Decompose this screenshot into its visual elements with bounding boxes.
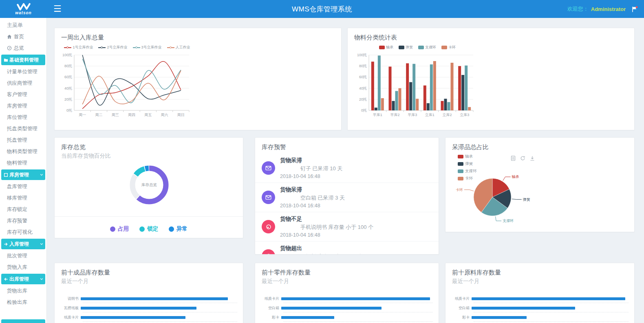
bar[interactable] (472, 307, 575, 310)
card-weekly-in-out: 一周出入库总量 1号立库作业2号立库作业3号立库作业人工作业 0托20托40托6… (54, 28, 342, 130)
data-view-icon (511, 156, 516, 161)
alert-title: 货物不足 (280, 215, 373, 223)
legend-item-1号立库作业[interactable]: 1号立库作业 (64, 45, 93, 50)
material-category-bar-chart[interactable]: 0托20托40托60托80托100托平库1平库2平库3立库1立库2立库3 (354, 50, 476, 119)
legend-item-占用[interactable]: 占用 (110, 225, 129, 233)
legend-item-轴承[interactable]: 轴承 (458, 154, 477, 159)
bar[interactable] (81, 316, 185, 319)
sidebar-item-库位管理[interactable]: 库位管理 (0, 112, 46, 123)
top10-raw-bar-chart[interactable]: 纸质卡片空白箱彩卡说明书 (448, 294, 629, 323)
dashboard-icon (7, 46, 12, 51)
sidebar-item-托盘类型管理[interactable]: 托盘类型管理 (0, 123, 46, 134)
sidebar-item-出库管理[interactable]: 出库管理 (1, 274, 45, 284)
card-top10-parts: 前十零件库存数量 最近一个月 纸质卡片空白箱彩卡说明书 (255, 263, 439, 323)
sidebar-item-总览[interactable]: 总览 (0, 42, 46, 54)
stagnant-share-pie-chart[interactable]: 轴承弹簧支撑环卡环 (450, 165, 584, 230)
sidebar-item-供应商管理[interactable]: 供应商管理 (0, 77, 46, 89)
sidebar-item-partial[interactable] (1, 319, 45, 323)
alert-item[interactable]: 货物呆滞空白箱 已呆滞 3 天2018-10-04 16:48 (255, 183, 439, 212)
bar-label: 彩卡 (448, 315, 472, 320)
bar[interactable] (81, 307, 196, 310)
alert-item[interactable]: 货物呆滞钉子 已呆滞 10 天2018-10-04 16:48 (255, 154, 439, 183)
sidebar-item-库存可视化[interactable]: 库存可视化 (0, 226, 46, 238)
svg-text:立库2: 立库2 (442, 113, 452, 117)
legend-item-3号立库作业[interactable]: 3号立库作业 (133, 45, 162, 50)
legend-item-人工作业[interactable]: 人工作业 (167, 45, 190, 50)
bar[interactable] (281, 297, 430, 300)
legend-item-支撑环[interactable]: 支撑环 (418, 45, 436, 50)
svg-text:0托: 0托 (66, 108, 72, 112)
sidebar-item-label: 移库管理 (7, 195, 27, 202)
sidebar-item-基础资料管理[interactable]: 基础资料管理 (1, 55, 45, 65)
bar[interactable] (281, 307, 382, 310)
notification-flag-icon[interactable] (631, 6, 638, 12)
sidebar-item-label: 货物入库 (7, 264, 27, 271)
card-subtitle-top10-parts: 最近一个月 (255, 277, 439, 285)
bar[interactable] (81, 297, 228, 300)
sidebar-item-客户管理[interactable]: 客户管理 (0, 89, 46, 100)
sidebar-item-库房管理[interactable]: 库房管理 (0, 100, 46, 112)
sidebar-item-货物入库[interactable]: 货物入库 (0, 261, 46, 273)
card-title-stagnant-share: 呆滞品总占比 (446, 138, 634, 151)
welcome-label: 欢迎您： (567, 5, 589, 13)
svg-text:立库1: 立库1 (425, 113, 434, 117)
brand-logo[interactable]: watson (0, 0, 47, 18)
sidebar-item-label: 库存锁定 (7, 206, 27, 213)
legend-item-轴承[interactable]: 轴承 (379, 45, 393, 50)
sidebar-item-计量单位管理[interactable]: 计量单位管理 (0, 66, 46, 77)
sidebar-item-物料管理[interactable]: 物料管理 (0, 157, 46, 169)
bar-label: 空白箱 (448, 305, 472, 311)
card-title-top10-parts: 前十零件库存数量 (255, 263, 439, 277)
card-title-inventory-alerts: 库存预警 (255, 138, 439, 151)
top10-finished-bar-chart[interactable]: 说明书瓦楞纸板纸质卡片空白箱 (57, 294, 237, 323)
sidebar-item-label: 批次管理 (7, 253, 27, 259)
bar[interactable] (472, 316, 527, 319)
legend-item-卡环[interactable]: 卡环 (441, 45, 456, 50)
dashboard: 一周出入库总量 1号立库作业2号立库作业3号立库作业人工作业 0托20托40托6… (47, 18, 644, 323)
sidebar-item-移库管理[interactable]: 移库管理 (0, 192, 46, 204)
sidebar-item-货物出库[interactable]: 货物出库 (0, 285, 46, 297)
username[interactable]: Administrator (591, 6, 626, 12)
legend-item-异常[interactable]: 异常 (169, 225, 187, 233)
card-title-weekly-io: 一周出入库总量 (55, 28, 341, 42)
svg-text:40托: 40托 (64, 86, 72, 90)
sidebar-item-托盘管理[interactable]: 托盘管理 (0, 134, 46, 146)
sidebar-item-检验出库[interactable]: 检验出库 (0, 297, 46, 308)
menu-toggle-icon[interactable]: ☰ (53, 4, 62, 13)
sidebar-item-物料类型管理[interactable]: 物料类型管理 (0, 146, 46, 157)
alert-item[interactable]: 货物不足手机说明书 库存量 小于 100 个2018-10-04 16:48 (255, 212, 439, 242)
divider (55, 216, 243, 217)
alert-title: 货物呆滞 (280, 157, 342, 164)
sidebar-item-库存锁定[interactable]: 库存锁定 (0, 204, 46, 215)
toolbox-download-icon[interactable] (530, 156, 535, 161)
legend-item-2号立库作业[interactable]: 2号立库作业 (98, 45, 127, 50)
sidebar-item-盘库管理[interactable]: 盘库管理 (0, 181, 46, 192)
sidebar-item-批次管理[interactable]: 批次管理 (0, 250, 46, 261)
sidebar-item-label: 库位管理 (7, 114, 27, 121)
donut-legend: 占用锁定异常 (55, 225, 243, 233)
top10-parts-bar-chart[interactable]: 纸质卡片空白箱彩卡说明书 (258, 294, 433, 323)
alarm-icon (265, 224, 272, 230)
svg-text:100托: 100托 (62, 53, 72, 57)
alert-item[interactable]: 货物超出硬纸板 库存量 大于 300 个2018-10-04 16:48 (255, 242, 439, 255)
sidebar-item-label: 客户管理 (7, 91, 27, 98)
legend-item-锁定[interactable]: 锁定 (139, 225, 158, 233)
weekly-io-line-chart[interactable]: 0托20托40托60托80托100托周一周二周三周四周五周六周日 (58, 50, 195, 119)
bar[interactable] (472, 297, 625, 300)
folder-icon (4, 58, 8, 62)
sidebar-item-库房管理[interactable]: 库房管理 (1, 169, 45, 180)
sidebar-item-label: 盘库管理 (7, 183, 27, 190)
svg-text:卡环: 卡环 (456, 188, 463, 192)
bar[interactable] (281, 316, 334, 319)
legend-item-弹簧[interactable]: 弹簧 (399, 45, 413, 50)
sidebar-item-库存预警[interactable]: 库存预警 (0, 215, 46, 226)
svg-text:周四: 周四 (128, 113, 135, 117)
toolbox-data-view-icon[interactable] (511, 156, 516, 161)
sidebar-item-入库管理[interactable]: 入库管理 (1, 239, 45, 249)
card-top10-raw-materials: 前十原料库存数量 最近一个月 纸质卡片空白箱彩卡说明书 (445, 263, 635, 323)
sidebar-item-label: 入库管理 (9, 241, 29, 248)
svg-text:40托: 40托 (359, 86, 367, 90)
sidebar-item-首页[interactable]: 首页 (0, 31, 46, 42)
toolbox-restore-icon[interactable] (520, 156, 525, 161)
inventory-overview-donut-chart[interactable]: 库存总览 (115, 152, 184, 219)
